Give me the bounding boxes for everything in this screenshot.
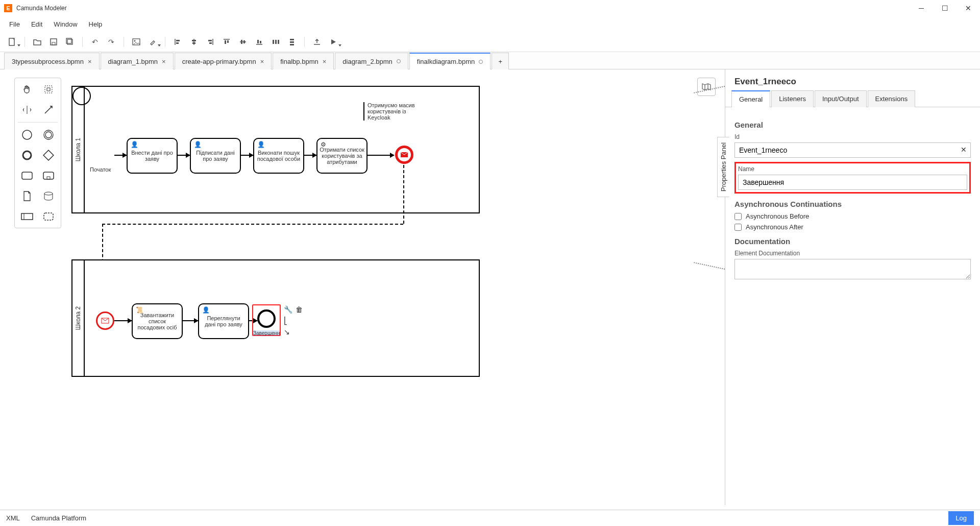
status-platform[interactable]: Camunda Platform (31, 514, 86, 522)
tab-input-output[interactable]: Input/Output (815, 90, 867, 107)
message-flow[interactable] (102, 224, 403, 225)
intermediate-event-icon[interactable] (39, 127, 58, 143)
sequence-arrow[interactable] (114, 155, 127, 156)
close-icon[interactable]: × (260, 58, 264, 65)
connect-icon[interactable]: ↘ (284, 328, 290, 336)
message-start-event[interactable] (96, 312, 114, 330)
menu-edit[interactable]: Edit (26, 18, 47, 30)
canvas[interactable]: Школа 1 Початок 👤Внести дані про заяву 👤… (0, 69, 725, 505)
open-button[interactable] (30, 35, 44, 49)
sequence-arrow[interactable] (241, 155, 253, 156)
menu-help[interactable]: Help (84, 18, 108, 30)
svg-rect-15 (209, 42, 212, 44)
maximize-button[interactable]: ☐ (933, 0, 957, 16)
menu-window[interactable]: Window (48, 18, 82, 30)
sequence-arrow[interactable] (114, 320, 132, 321)
tab-1[interactable]: diagram_1.bpmn× (101, 53, 174, 69)
connect-tool-icon[interactable] (39, 102, 58, 118)
tab-4[interactable]: diagram_2.bpmn (335, 53, 408, 69)
properties-panel-label[interactable]: Properties Panel (717, 137, 729, 197)
new-file-button[interactable] (5, 35, 19, 49)
pool-1[interactable]: Школа 1 Початок 👤Внести дані про заяву 👤… (71, 86, 480, 213)
tab-3[interactable]: finalbp.bpmn× (273, 53, 334, 69)
close-icon[interactable]: × (162, 58, 166, 65)
status-xml[interactable]: XML (6, 514, 20, 522)
hand-tool-icon[interactable] (18, 81, 36, 98)
sequence-arrow[interactable] (368, 155, 394, 156)
id-label: Id (734, 133, 971, 140)
tab-0[interactable]: 3typessubprocess.bpmn× (4, 53, 100, 69)
name-input[interactable] (738, 175, 967, 190)
lasso-tool-icon[interactable] (39, 81, 58, 98)
workarea: Школа 1 Початок 👤Внести дані про заяву 👤… (0, 69, 980, 505)
new-tab-button[interactable]: + (492, 53, 509, 69)
tab-5[interactable]: finalkdiagram.bpmn (409, 53, 491, 69)
save-button[interactable] (46, 35, 61, 49)
end-event-icon[interactable] (18, 147, 36, 163)
save-all-button[interactable] (63, 35, 77, 49)
align-middle-button[interactable] (236, 35, 250, 49)
close-icon[interactable]: × (88, 58, 92, 65)
pool-2[interactable]: Школа 2 📜Завантажити список посадових ос… (71, 259, 480, 377)
menu-file[interactable]: File (4, 18, 25, 30)
close-window-button[interactable]: ✕ (957, 0, 980, 16)
clear-icon[interactable]: ✕ (961, 146, 967, 154)
sequence-arrow[interactable] (304, 155, 316, 156)
tab-general[interactable]: General (731, 90, 770, 107)
align-right-button[interactable] (203, 35, 217, 49)
svg-point-36 (45, 132, 52, 138)
pool-1-header[interactable]: Школа 1 (72, 87, 85, 212)
user-icon: 👤 (257, 141, 265, 148)
sequence-arrow[interactable] (178, 155, 190, 156)
trash-icon[interactable]: 🗑 (296, 305, 303, 314)
annotation-icon[interactable]: ⎣ (284, 317, 287, 325)
deploy-button[interactable] (310, 35, 324, 49)
task-4[interactable]: ⚙Отримати список користувачів за атрибут… (316, 138, 368, 174)
task-icon[interactable] (18, 168, 36, 184)
task-6[interactable]: 👤Переглянути дані про заяву (198, 303, 249, 339)
tab-extensions[interactable]: Extensions (868, 90, 916, 107)
tab-2[interactable]: create-app-primary.bpmn× (175, 53, 272, 69)
async-after-checkbox[interactable]: Asynchronous After (734, 223, 971, 231)
text-annotation[interactable]: Отримуємо масив користувачів із Keycloak (363, 102, 425, 121)
task-2[interactable]: 👤Підписати дані про заяву (190, 138, 241, 174)
distribute-v-button[interactable] (285, 35, 299, 49)
log-button[interactable]: Log (948, 511, 974, 525)
start-event-icon[interactable] (18, 127, 36, 143)
task-3[interactable]: 👤Виконати пошук посадової особи (253, 138, 304, 174)
sequence-arrow[interactable] (183, 320, 198, 321)
message-throw-event[interactable] (395, 146, 413, 164)
task-5[interactable]: 📜Завантажити список посадових осіб (132, 303, 183, 339)
tab-listeners[interactable]: Listeners (771, 90, 814, 107)
task-1[interactable]: 👤Внести дані про заяву (127, 138, 178, 174)
align-top-button[interactable] (219, 35, 234, 49)
gateway-icon[interactable] (39, 147, 58, 163)
group-icon[interactable] (39, 208, 58, 225)
documentation-textarea[interactable] (734, 259, 971, 279)
data-object-icon[interactable] (18, 188, 36, 204)
run-button[interactable] (326, 35, 340, 49)
align-center-h-button[interactable] (187, 35, 201, 49)
bpmn-diagram[interactable]: Школа 1 Початок 👤Внести дані про заяву 👤… (71, 86, 715, 377)
space-tool-icon[interactable] (18, 102, 36, 118)
undo-button[interactable]: ↶ (88, 35, 102, 49)
redo-button[interactable]: ↷ (104, 35, 118, 49)
pool-icon[interactable] (18, 208, 36, 225)
svg-rect-25 (273, 40, 274, 44)
end-event-label: Завершенн (253, 330, 280, 336)
distribute-h-button[interactable] (268, 35, 283, 49)
message-flow[interactable] (403, 165, 404, 224)
image-button[interactable] (129, 35, 143, 49)
async-before-checkbox[interactable]: Asynchronous Before (734, 212, 971, 220)
align-left-button[interactable] (170, 35, 185, 49)
pool-2-header[interactable]: Школа 2 (72, 260, 85, 376)
data-store-icon[interactable] (39, 188, 58, 204)
wrench-icon[interactable]: 🔧 (284, 305, 292, 314)
subprocess-icon[interactable] (39, 168, 58, 184)
align-bottom-button[interactable] (252, 35, 266, 49)
minimize-button[interactable]: ─ (910, 0, 933, 16)
id-input[interactable] (734, 142, 971, 158)
close-icon[interactable]: × (323, 58, 327, 65)
color-button[interactable] (145, 35, 160, 49)
end-event[interactable] (257, 309, 276, 328)
